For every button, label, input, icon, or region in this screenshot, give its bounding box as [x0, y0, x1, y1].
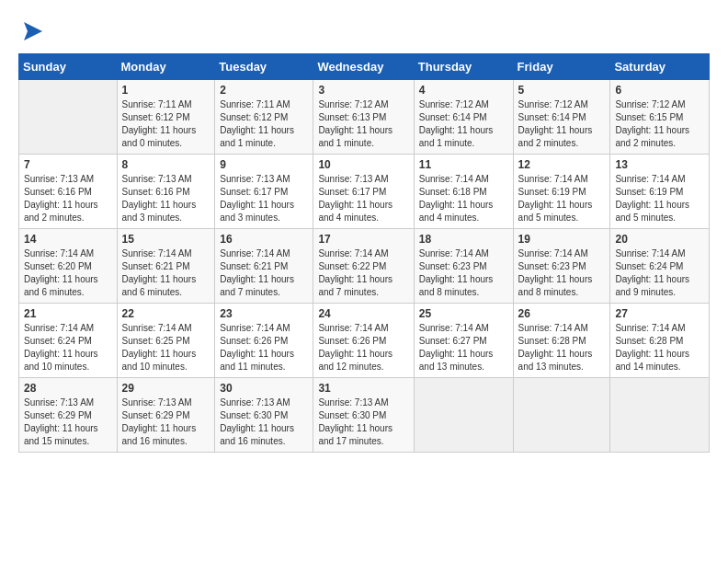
day-info: Sunrise: 7:13 AM Sunset: 6:17 PM Dayligh… [220, 173, 308, 224]
day-number: 14 [24, 233, 112, 246]
day-info: Sunrise: 7:11 AM Sunset: 6:12 PM Dayligh… [220, 98, 308, 150]
day-number: 5 [518, 84, 606, 97]
calendar-day-header: Friday [513, 54, 610, 80]
day-number: 13 [615, 158, 704, 171]
day-number: 15 [122, 233, 210, 246]
calendar-cell: 15Sunrise: 7:14 AM Sunset: 6:21 PM Dayli… [117, 229, 215, 304]
day-number: 22 [122, 307, 210, 320]
day-info: Sunrise: 7:14 AM Sunset: 6:24 PM Dayligh… [24, 322, 112, 373]
day-info: Sunrise: 7:11 AM Sunset: 6:12 PM Dayligh… [122, 98, 210, 150]
day-info: Sunrise: 7:14 AM Sunset: 6:26 PM Dayligh… [318, 322, 408, 373]
day-number: 26 [518, 307, 606, 320]
calendar-cell [414, 378, 513, 453]
day-number: 29 [122, 382, 210, 395]
day-info: Sunrise: 7:13 AM Sunset: 6:16 PM Dayligh… [122, 173, 210, 224]
day-info: Sunrise: 7:13 AM Sunset: 6:30 PM Dayligh… [220, 396, 308, 448]
day-number: 7 [24, 158, 112, 171]
calendar-day-header: Monday [117, 54, 215, 80]
day-number: 27 [615, 307, 704, 320]
day-number: 20 [615, 233, 704, 246]
calendar-day-header: Wednesday [313, 54, 414, 80]
day-number: 21 [24, 307, 112, 320]
calendar-cell: 21Sunrise: 7:14 AM Sunset: 6:24 PM Dayli… [19, 304, 118, 378]
day-info: Sunrise: 7:14 AM Sunset: 6:25 PM Dayligh… [122, 322, 210, 373]
day-info: Sunrise: 7:14 AM Sunset: 6:27 PM Dayligh… [419, 322, 508, 373]
day-number: 25 [419, 307, 508, 320]
day-info: Sunrise: 7:13 AM Sunset: 6:29 PM Dayligh… [122, 396, 210, 448]
calendar-cell: 20Sunrise: 7:14 AM Sunset: 6:24 PM Dayli… [610, 229, 710, 304]
logo-arrow-icon [20, 18, 46, 44]
day-info: Sunrise: 7:12 AM Sunset: 6:15 PM Dayligh… [615, 98, 704, 150]
day-number: 10 [318, 158, 408, 171]
day-info: Sunrise: 7:14 AM Sunset: 6:28 PM Dayligh… [518, 322, 606, 373]
calendar-header-row: SundayMondayTuesdayWednesdayThursdayFrid… [19, 54, 710, 80]
day-info: Sunrise: 7:14 AM Sunset: 6:19 PM Dayligh… [615, 173, 704, 224]
calendar-cell: 29Sunrise: 7:13 AM Sunset: 6:29 PM Dayli… [117, 378, 215, 453]
day-info: Sunrise: 7:13 AM Sunset: 6:16 PM Dayligh… [24, 173, 112, 224]
svg-marker-0 [24, 22, 42, 40]
calendar-table: SundayMondayTuesdayWednesdayThursdayFrid… [18, 53, 710, 453]
day-number: 23 [220, 307, 308, 320]
calendar-cell: 1Sunrise: 7:11 AM Sunset: 6:12 PM Daylig… [117, 80, 215, 155]
calendar-cell: 8Sunrise: 7:13 AM Sunset: 6:16 PM Daylig… [117, 155, 215, 229]
calendar-week-row: 21Sunrise: 7:14 AM Sunset: 6:24 PM Dayli… [19, 304, 710, 378]
calendar-week-row: 1Sunrise: 7:11 AM Sunset: 6:12 PM Daylig… [19, 80, 710, 155]
calendar-cell: 19Sunrise: 7:14 AM Sunset: 6:23 PM Dayli… [513, 229, 610, 304]
calendar-week-row: 14Sunrise: 7:14 AM Sunset: 6:20 PM Dayli… [19, 229, 710, 304]
day-info: Sunrise: 7:14 AM Sunset: 6:26 PM Dayligh… [220, 322, 308, 373]
day-info: Sunrise: 7:12 AM Sunset: 6:13 PM Dayligh… [318, 98, 408, 150]
calendar-cell: 4Sunrise: 7:12 AM Sunset: 6:14 PM Daylig… [414, 80, 513, 155]
calendar-day-header: Saturday [610, 54, 710, 80]
calendar-cell: 27Sunrise: 7:14 AM Sunset: 6:28 PM Dayli… [610, 304, 710, 378]
day-number: 16 [220, 233, 308, 246]
calendar-cell: 9Sunrise: 7:13 AM Sunset: 6:17 PM Daylig… [215, 155, 313, 229]
calendar-cell: 10Sunrise: 7:13 AM Sunset: 6:17 PM Dayli… [313, 155, 414, 229]
calendar-cell: 12Sunrise: 7:14 AM Sunset: 6:19 PM Dayli… [513, 155, 610, 229]
calendar-cell: 22Sunrise: 7:14 AM Sunset: 6:25 PM Dayli… [117, 304, 215, 378]
calendar-cell: 17Sunrise: 7:14 AM Sunset: 6:22 PM Dayli… [313, 229, 414, 304]
day-info: Sunrise: 7:14 AM Sunset: 6:28 PM Dayligh… [615, 322, 704, 373]
calendar-cell: 26Sunrise: 7:14 AM Sunset: 6:28 PM Dayli… [513, 304, 610, 378]
calendar-cell: 18Sunrise: 7:14 AM Sunset: 6:23 PM Dayli… [414, 229, 513, 304]
day-info: Sunrise: 7:14 AM Sunset: 6:19 PM Dayligh… [518, 173, 606, 224]
calendar-day-header: Thursday [414, 54, 513, 80]
calendar-cell: 14Sunrise: 7:14 AM Sunset: 6:20 PM Dayli… [19, 229, 118, 304]
day-info: Sunrise: 7:13 AM Sunset: 6:30 PM Dayligh… [318, 396, 408, 448]
day-info: Sunrise: 7:14 AM Sunset: 6:22 PM Dayligh… [318, 247, 408, 299]
day-number: 28 [24, 382, 112, 395]
calendar-cell: 6Sunrise: 7:12 AM Sunset: 6:15 PM Daylig… [610, 80, 710, 155]
day-info: Sunrise: 7:14 AM Sunset: 6:20 PM Dayligh… [24, 247, 112, 299]
day-number: 9 [220, 158, 308, 171]
calendar-cell [513, 378, 610, 453]
calendar-cell: 25Sunrise: 7:14 AM Sunset: 6:27 PM Dayli… [414, 304, 513, 378]
day-number: 11 [419, 158, 508, 171]
day-number: 31 [318, 382, 408, 395]
calendar-week-row: 28Sunrise: 7:13 AM Sunset: 6:29 PM Dayli… [19, 378, 710, 453]
calendar-cell: 3Sunrise: 7:12 AM Sunset: 6:13 PM Daylig… [313, 80, 414, 155]
day-number: 3 [318, 84, 408, 97]
day-number: 2 [220, 84, 308, 97]
page-header [18, 18, 710, 44]
day-info: Sunrise: 7:14 AM Sunset: 6:21 PM Dayligh… [220, 247, 308, 299]
calendar-week-row: 7Sunrise: 7:13 AM Sunset: 6:16 PM Daylig… [19, 155, 710, 229]
calendar-cell: 30Sunrise: 7:13 AM Sunset: 6:30 PM Dayli… [215, 378, 313, 453]
day-info: Sunrise: 7:14 AM Sunset: 6:18 PM Dayligh… [419, 173, 508, 224]
day-number: 17 [318, 233, 408, 246]
calendar-cell: 16Sunrise: 7:14 AM Sunset: 6:21 PM Dayli… [215, 229, 313, 304]
calendar-cell: 11Sunrise: 7:14 AM Sunset: 6:18 PM Dayli… [414, 155, 513, 229]
day-info: Sunrise: 7:13 AM Sunset: 6:29 PM Dayligh… [24, 396, 112, 448]
calendar-cell: 28Sunrise: 7:13 AM Sunset: 6:29 PM Dayli… [19, 378, 118, 453]
day-number: 4 [419, 84, 508, 97]
calendar-cell: 2Sunrise: 7:11 AM Sunset: 6:12 PM Daylig… [215, 80, 313, 155]
calendar-cell: 31Sunrise: 7:13 AM Sunset: 6:30 PM Dayli… [313, 378, 414, 453]
calendar-cell [610, 378, 710, 453]
day-number: 1 [122, 84, 210, 97]
day-number: 24 [318, 307, 408, 320]
day-number: 12 [518, 158, 606, 171]
day-info: Sunrise: 7:14 AM Sunset: 6:24 PM Dayligh… [615, 247, 704, 299]
calendar-cell: 7Sunrise: 7:13 AM Sunset: 6:16 PM Daylig… [19, 155, 118, 229]
calendar-cell: 5Sunrise: 7:12 AM Sunset: 6:14 PM Daylig… [513, 80, 610, 155]
day-info: Sunrise: 7:14 AM Sunset: 6:23 PM Dayligh… [419, 247, 508, 299]
day-number: 18 [419, 233, 508, 246]
day-number: 8 [122, 158, 210, 171]
